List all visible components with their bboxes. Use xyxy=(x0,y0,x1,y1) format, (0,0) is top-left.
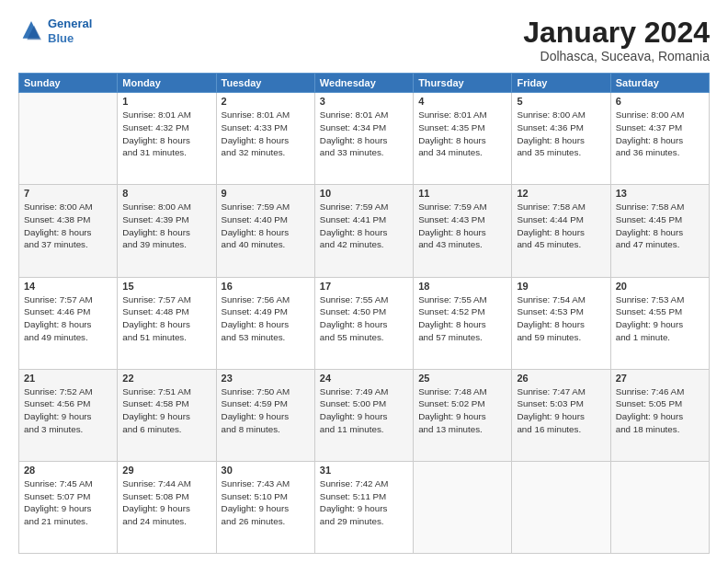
calendar-week: 1Sunrise: 8:01 AM Sunset: 4:32 PM Daylig… xyxy=(19,93,710,185)
day-number: 26 xyxy=(517,373,605,384)
day-info: Sunrise: 7:46 AM Sunset: 5:05 PM Dayligh… xyxy=(616,385,704,436)
logo: General Blue xyxy=(18,17,92,45)
calendar-cell: 16Sunrise: 7:56 AM Sunset: 4:49 PM Dayli… xyxy=(216,277,314,369)
day-info: Sunrise: 7:51 AM Sunset: 4:58 PM Dayligh… xyxy=(122,385,210,436)
day-number: 31 xyxy=(320,465,408,476)
calendar-body: 1Sunrise: 8:01 AM Sunset: 4:32 PM Daylig… xyxy=(19,93,710,554)
calendar-cell: 31Sunrise: 7:42 AM Sunset: 5:11 PM Dayli… xyxy=(314,461,413,553)
title-block: January 2024 Dolhasca, Suceava, Romania xyxy=(523,17,710,63)
day-info: Sunrise: 8:01 AM Sunset: 4:34 PM Dayligh… xyxy=(320,109,408,159)
day-info: Sunrise: 7:58 AM Sunset: 4:44 PM Dayligh… xyxy=(517,201,605,251)
calendar-cell: 21Sunrise: 7:52 AM Sunset: 4:56 PM Dayli… xyxy=(19,369,118,461)
calendar-cell: 1Sunrise: 8:01 AM Sunset: 4:32 PM Daylig… xyxy=(118,93,216,185)
logo-text: General Blue xyxy=(48,17,92,45)
day-info: Sunrise: 7:57 AM Sunset: 4:48 PM Dayligh… xyxy=(122,293,210,344)
day-info: Sunrise: 7:53 AM Sunset: 4:55 PM Dayligh… xyxy=(616,293,704,344)
calendar-cell: 10Sunrise: 7:59 AM Sunset: 4:41 PM Dayli… xyxy=(314,185,413,277)
subtitle: Dolhasca, Suceava, Romania xyxy=(523,49,710,63)
day-number: 2 xyxy=(222,96,310,107)
day-info: Sunrise: 8:00 AM Sunset: 4:36 PM Dayligh… xyxy=(517,109,605,159)
day-number: 16 xyxy=(222,281,310,292)
header-row: SundayMondayTuesdayWednesdayThursdayFrid… xyxy=(19,74,710,93)
calendar-cell: 28Sunrise: 7:45 AM Sunset: 5:07 PM Dayli… xyxy=(19,461,118,553)
calendar-cell: 22Sunrise: 7:51 AM Sunset: 4:58 PM Dayli… xyxy=(118,369,216,461)
calendar-cell xyxy=(414,461,512,553)
calendar-cell: 18Sunrise: 7:55 AM Sunset: 4:52 PM Dayli… xyxy=(414,277,512,369)
day-number: 21 xyxy=(24,373,112,384)
logo-general: General xyxy=(48,17,92,30)
day-info: Sunrise: 7:44 AM Sunset: 5:08 PM Dayligh… xyxy=(122,477,210,528)
day-info: Sunrise: 8:01 AM Sunset: 4:33 PM Dayligh… xyxy=(222,109,310,159)
day-number: 1 xyxy=(122,96,210,107)
calendar-week: 21Sunrise: 7:52 AM Sunset: 4:56 PM Dayli… xyxy=(19,369,710,461)
day-number: 18 xyxy=(418,281,506,292)
day-info: Sunrise: 7:45 AM Sunset: 5:07 PM Dayligh… xyxy=(24,477,112,528)
calendar-cell: 15Sunrise: 7:57 AM Sunset: 4:48 PM Dayli… xyxy=(118,277,216,369)
day-info: Sunrise: 8:01 AM Sunset: 4:32 PM Dayligh… xyxy=(122,109,210,159)
day-number: 10 xyxy=(320,188,408,199)
day-info: Sunrise: 7:47 AM Sunset: 5:03 PM Dayligh… xyxy=(517,385,605,436)
weekday-header: Monday xyxy=(118,74,216,93)
day-number: 5 xyxy=(517,96,605,107)
day-info: Sunrise: 7:52 AM Sunset: 4:56 PM Dayligh… xyxy=(24,385,112,436)
day-number: 6 xyxy=(616,96,704,107)
day-number: 19 xyxy=(517,281,605,292)
day-number: 8 xyxy=(122,188,210,199)
day-info: Sunrise: 7:59 AM Sunset: 4:41 PM Dayligh… xyxy=(320,201,408,251)
calendar-cell: 29Sunrise: 7:44 AM Sunset: 5:08 PM Dayli… xyxy=(118,461,216,553)
calendar-cell: 19Sunrise: 7:54 AM Sunset: 4:53 PM Dayli… xyxy=(512,277,610,369)
calendar-cell: 13Sunrise: 7:58 AM Sunset: 4:45 PM Dayli… xyxy=(610,185,709,277)
calendar-cell xyxy=(19,93,118,185)
calendar-cell: 23Sunrise: 7:50 AM Sunset: 4:59 PM Dayli… xyxy=(216,369,314,461)
day-number: 13 xyxy=(616,188,704,199)
day-info: Sunrise: 8:00 AM Sunset: 4:39 PM Dayligh… xyxy=(122,201,210,251)
weekday-header: Sunday xyxy=(19,74,118,93)
weekday-header: Thursday xyxy=(414,74,512,93)
calendar-cell: 7Sunrise: 8:00 AM Sunset: 4:38 PM Daylig… xyxy=(19,185,118,277)
calendar-cell: 6Sunrise: 8:00 AM Sunset: 4:37 PM Daylig… xyxy=(610,93,709,185)
calendar-cell: 12Sunrise: 7:58 AM Sunset: 4:44 PM Dayli… xyxy=(512,185,610,277)
day-info: Sunrise: 7:55 AM Sunset: 4:52 PM Dayligh… xyxy=(418,293,506,344)
day-number: 4 xyxy=(418,96,506,107)
day-info: Sunrise: 7:57 AM Sunset: 4:46 PM Dayligh… xyxy=(24,293,112,344)
day-number: 30 xyxy=(222,465,310,476)
calendar-week: 14Sunrise: 7:57 AM Sunset: 4:46 PM Dayli… xyxy=(19,277,710,369)
calendar-cell: 2Sunrise: 8:01 AM Sunset: 4:33 PM Daylig… xyxy=(216,93,314,185)
day-info: Sunrise: 8:00 AM Sunset: 4:38 PM Dayligh… xyxy=(24,201,112,251)
day-info: Sunrise: 7:58 AM Sunset: 4:45 PM Dayligh… xyxy=(616,201,704,251)
calendar-cell: 24Sunrise: 7:49 AM Sunset: 5:00 PM Dayli… xyxy=(314,369,413,461)
day-info: Sunrise: 7:59 AM Sunset: 4:43 PM Dayligh… xyxy=(418,201,506,251)
day-number: 7 xyxy=(24,188,112,199)
day-info: Sunrise: 7:56 AM Sunset: 4:49 PM Dayligh… xyxy=(222,293,310,344)
weekday-header: Tuesday xyxy=(216,74,314,93)
day-info: Sunrise: 7:48 AM Sunset: 5:02 PM Dayligh… xyxy=(418,385,506,436)
calendar-cell xyxy=(512,461,610,553)
day-number: 29 xyxy=(122,465,210,476)
day-number: 15 xyxy=(122,281,210,292)
calendar-week: 7Sunrise: 8:00 AM Sunset: 4:38 PM Daylig… xyxy=(19,185,710,277)
day-number: 12 xyxy=(517,188,605,199)
day-info: Sunrise: 8:00 AM Sunset: 4:37 PM Dayligh… xyxy=(616,109,704,159)
logo-blue: Blue xyxy=(48,31,74,45)
calendar-cell xyxy=(610,461,709,553)
day-info: Sunrise: 7:54 AM Sunset: 4:53 PM Dayligh… xyxy=(517,293,605,344)
weekday-header: Friday xyxy=(512,74,610,93)
day-number: 27 xyxy=(616,373,704,384)
day-info: Sunrise: 7:42 AM Sunset: 5:11 PM Dayligh… xyxy=(320,477,408,528)
page: General Blue January 2024 Dolhasca, Suce… xyxy=(0,0,728,563)
day-number: 20 xyxy=(616,281,704,292)
day-number: 28 xyxy=(24,465,112,476)
day-number: 9 xyxy=(222,188,310,199)
calendar-cell: 30Sunrise: 7:43 AM Sunset: 5:10 PM Dayli… xyxy=(216,461,314,553)
day-info: Sunrise: 7:55 AM Sunset: 4:50 PM Dayligh… xyxy=(320,293,408,344)
calendar-cell: 8Sunrise: 8:00 AM Sunset: 4:39 PM Daylig… xyxy=(118,185,216,277)
day-number: 23 xyxy=(222,373,310,384)
main-title: January 2024 xyxy=(523,17,710,49)
weekday-header: Saturday xyxy=(610,74,709,93)
calendar-cell: 5Sunrise: 8:00 AM Sunset: 4:36 PM Daylig… xyxy=(512,93,610,185)
calendar-table: SundayMondayTuesdayWednesdayThursdayFrid… xyxy=(18,73,710,554)
day-number: 11 xyxy=(418,188,506,199)
day-number: 25 xyxy=(418,373,506,384)
calendar-cell: 3Sunrise: 8:01 AM Sunset: 4:34 PM Daylig… xyxy=(314,93,413,185)
day-info: Sunrise: 7:59 AM Sunset: 4:40 PM Dayligh… xyxy=(222,201,310,251)
